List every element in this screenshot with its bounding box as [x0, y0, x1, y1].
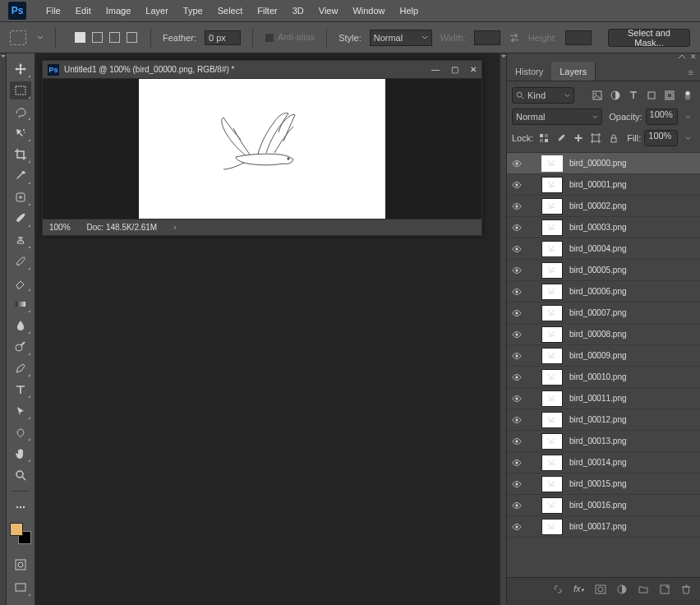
new-selection-icon[interactable] — [72, 30, 87, 45]
layer-name[interactable]: bird_00013.png — [569, 436, 627, 446]
layer-row[interactable]: bird_00001.png — [507, 174, 700, 196]
select-and-mask-button[interactable]: Select and Mask... — [608, 29, 690, 47]
close-button[interactable]: ✕ — [470, 65, 477, 74]
layer-thumbnail[interactable] — [541, 433, 563, 450]
layer-name[interactable]: bird_00007.png — [569, 308, 627, 317]
layer-row[interactable]: bird_00014.png — [507, 452, 700, 473]
layer-thumbnail[interactable] — [541, 476, 563, 492]
blend-mode-select[interactable]: Normal — [512, 109, 602, 125]
visibility-icon[interactable] — [512, 308, 522, 318]
layer-row[interactable]: bird_00007.png — [507, 302, 700, 324]
visibility-icon[interactable] — [512, 372, 522, 382]
link-layers-icon[interactable] — [552, 584, 564, 595]
visibility-icon[interactable] — [512, 266, 522, 275]
opacity-input[interactable]: 100% — [646, 109, 679, 125]
fill-dropdown-icon[interactable] — [681, 131, 695, 145]
filter-shape-icon[interactable] — [644, 88, 659, 103]
path-select-tool[interactable] — [10, 402, 31, 420]
canvas[interactable] — [139, 79, 385, 219]
menu-file[interactable]: File — [46, 6, 61, 16]
gradient-tool[interactable] — [10, 295, 31, 313]
chevron-down-icon[interactable] — [37, 35, 44, 41]
visibility-icon[interactable] — [512, 180, 522, 190]
right-dock-strip[interactable] — [500, 53, 506, 605]
layer-row[interactable]: bird_00005.png — [507, 260, 700, 281]
visibility-icon[interactable] — [512, 159, 522, 169]
filter-toggle-icon[interactable] — [680, 88, 695, 103]
tab-layers[interactable]: Layers — [551, 62, 596, 81]
visibility-icon[interactable] — [512, 287, 522, 297]
doc-info[interactable]: Doc: 148.5K/2.61M — [87, 223, 158, 232]
layer-name[interactable]: bird_00016.png — [569, 501, 627, 510]
menu-edit[interactable]: Edit — [76, 6, 91, 16]
layer-thumbnail[interactable] — [541, 390, 563, 407]
intersect-selection-icon[interactable] — [124, 30, 139, 45]
layer-row[interactable]: bird_00006.png — [507, 281, 700, 302]
visibility-icon[interactable] — [512, 244, 522, 254]
layer-row[interactable]: bird_00017.png — [507, 516, 700, 538]
eyedropper-tool[interactable] — [10, 167, 31, 185]
menu-3d[interactable]: 3D — [292, 6, 304, 16]
lock-all-icon[interactable] — [606, 131, 620, 145]
filter-smart-icon[interactable] — [662, 88, 677, 103]
layer-thumbnail[interactable] — [541, 305, 563, 321]
layer-row[interactable]: bird_00012.png — [507, 409, 700, 431]
menu-image[interactable]: Image — [106, 6, 131, 16]
visibility-icon[interactable] — [512, 330, 522, 339]
layer-name[interactable]: bird_00008.png — [569, 330, 627, 339]
menu-help[interactable]: Help — [400, 6, 419, 16]
feather-input[interactable] — [205, 30, 241, 45]
layer-row[interactable]: bird_00000.png — [507, 153, 700, 174]
layer-name[interactable]: bird_00000.png — [569, 159, 627, 168]
menu-select[interactable]: Select — [218, 6, 243, 16]
visibility-icon[interactable] — [512, 394, 522, 404]
layer-name[interactable]: bird_00017.png — [569, 522, 627, 531]
layer-thumbnail[interactable] — [541, 497, 563, 514]
hand-tool[interactable] — [10, 445, 31, 463]
quick-select-tool[interactable] — [10, 124, 31, 142]
visibility-icon[interactable] — [512, 415, 522, 425]
left-dock-strip[interactable] — [0, 53, 7, 605]
history-brush-tool[interactable] — [10, 252, 31, 270]
subtract-selection-icon[interactable] — [107, 30, 122, 45]
brush-tool[interactable] — [10, 210, 31, 228]
layer-row[interactable]: bird_00002.png — [507, 196, 700, 217]
adjustment-icon[interactable] — [616, 584, 628, 595]
healing-brush-tool[interactable] — [10, 188, 31, 206]
minimize-button[interactable]: — — [431, 65, 440, 74]
visibility-icon[interactable] — [512, 501, 522, 510]
crop-tool[interactable] — [10, 145, 31, 164]
visibility-icon[interactable] — [512, 436, 522, 446]
layer-row[interactable]: bird_00013.png — [507, 431, 700, 452]
layer-filter-select[interactable]: Kind — [512, 87, 574, 104]
lock-position-icon[interactable] — [572, 131, 586, 145]
layer-thumbnail[interactable] — [541, 369, 563, 386]
document-body[interactable] — [43, 79, 481, 219]
layer-name[interactable]: bird_00005.png — [569, 266, 627, 275]
layer-name[interactable]: bird_00015.png — [569, 479, 627, 488]
menu-type[interactable]: Type — [183, 6, 203, 16]
layer-name[interactable]: bird_00003.png — [569, 223, 627, 232]
pen-tool[interactable] — [10, 359, 31, 377]
foreground-swatch[interactable] — [10, 523, 23, 536]
layer-thumbnail[interactable] — [541, 455, 563, 471]
layer-name[interactable]: bird_00004.png — [569, 244, 627, 253]
fx-icon[interactable]: fx▾ — [573, 584, 585, 595]
mask-icon[interactable] — [595, 584, 606, 595]
panel-menu-icon[interactable]: ≡ — [682, 64, 700, 81]
swap-icon[interactable] — [509, 32, 520, 44]
shape-tool[interactable] — [10, 423, 31, 441]
maximize-button[interactable]: ▢ — [451, 65, 458, 74]
group-icon[interactable] — [638, 584, 649, 595]
layer-row[interactable]: bird_00015.png — [507, 473, 700, 495]
filter-adjust-icon[interactable] — [608, 88, 623, 103]
dodge-tool[interactable] — [10, 338, 31, 356]
layer-thumbnail[interactable] — [541, 155, 563, 172]
layer-name[interactable]: bird_00009.png — [569, 351, 627, 360]
visibility-icon[interactable] — [512, 479, 522, 489]
layer-name[interactable]: bird_00012.png — [569, 415, 627, 424]
layer-thumbnail[interactable] — [541, 262, 563, 279]
menu-view[interactable]: View — [319, 6, 338, 16]
layer-thumbnail[interactable] — [541, 412, 563, 428]
layer-name[interactable]: bird_00001.png — [569, 180, 627, 189]
